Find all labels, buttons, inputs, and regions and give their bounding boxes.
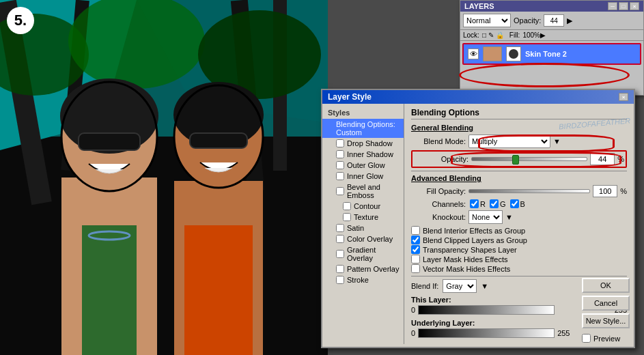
underlying-min: 0 bbox=[411, 329, 415, 337]
opacity-arrow[interactable]: ▶ bbox=[567, 16, 572, 25]
style-item-satin[interactable]: Satin bbox=[322, 223, 404, 233]
style-item-texture[interactable]: Texture bbox=[322, 212, 404, 223]
style-item-inner-glow[interactable]: Inner Glow bbox=[322, 171, 404, 182]
channel-r-checkbox[interactable] bbox=[470, 199, 479, 208]
layers-maximize[interactable]: □ bbox=[619, 2, 628, 10]
channel-b-group[interactable]: B bbox=[510, 199, 525, 208]
new-style-button[interactable]: New Style... bbox=[582, 313, 630, 328]
dialog-buttons: OK Cancel New Style... Preview bbox=[578, 274, 634, 347]
channel-b-checkbox[interactable] bbox=[510, 199, 519, 208]
layers-titlebar: LAYERS ─ □ × bbox=[460, 1, 643, 12]
layer-mask-hides-checkbox[interactable] bbox=[411, 255, 420, 264]
outer-glow-checkbox[interactable] bbox=[336, 161, 344, 169]
layers-blend-row: Normal Multiply Opacity: ▶ bbox=[460, 12, 643, 30]
fill-opacity-row: Fill Opacity: % bbox=[411, 185, 627, 197]
svg-rect-15 bbox=[82, 225, 137, 355]
drop-shadow-checkbox[interactable] bbox=[336, 139, 344, 147]
blend-interior-label: Blend Interior Effects as Group bbox=[423, 227, 525, 235]
styles-list: Styles Blending Options: Custom Drop Sha… bbox=[322, 104, 404, 344]
this-layer-gradient[interactable] bbox=[418, 305, 555, 315]
opacity-pct: % bbox=[617, 155, 624, 163]
style-item-gradient-overlay[interactable]: Gradient Overlay bbox=[322, 244, 404, 264]
preview-checkbox[interactable] bbox=[582, 334, 591, 343]
layer-mask-thumbnail bbox=[506, 46, 521, 61]
lock-label: Lock: bbox=[463, 31, 479, 39]
blending-options-section-title: Blending Options bbox=[411, 108, 627, 119]
svg-rect-14 bbox=[79, 133, 140, 150]
style-item-outer-glow[interactable]: Outer Glow bbox=[322, 160, 404, 171]
opacity-slider-thumb[interactable] bbox=[512, 155, 519, 165]
transparency-shapes-label: Transparency Shapes Layer bbox=[423, 246, 517, 254]
layers-opacity-input[interactable] bbox=[544, 14, 564, 27]
layers-close[interactable]: × bbox=[630, 2, 639, 10]
opacity-row: Opacity: % bbox=[411, 150, 627, 168]
underlying-layer-gradient[interactable] bbox=[418, 328, 555, 338]
channel-r-group[interactable]: R bbox=[470, 199, 486, 208]
knockout-select[interactable]: None Shallow Deep bbox=[468, 210, 503, 224]
channel-g-label: G bbox=[500, 200, 506, 208]
fill-opacity-input[interactable] bbox=[593, 185, 617, 197]
step-number: 5. bbox=[7, 7, 34, 34]
bevel-emboss-checkbox[interactable] bbox=[336, 187, 344, 195]
opacity-label: Opacity: bbox=[514, 16, 541, 25]
stroke-checkbox[interactable] bbox=[336, 276, 344, 284]
blend-clipped-row[interactable]: Blend Clipped Layers as Group bbox=[411, 236, 627, 244]
inner-glow-checkbox[interactable] bbox=[336, 172, 344, 180]
cancel-button[interactable]: Cancel bbox=[582, 296, 630, 311]
contour-checkbox[interactable] bbox=[343, 202, 351, 210]
style-item-inner-shadow[interactable]: Inner Shadow bbox=[322, 149, 404, 160]
style-item-drop-shadow[interactable]: Drop Shadow bbox=[322, 138, 404, 149]
layer-row-skin-tone[interactable]: 👁 Skin Tone 2 bbox=[462, 43, 641, 65]
style-item-color-overlay[interactable]: Color Overlay bbox=[322, 233, 404, 244]
fill-opacity-slider[interactable] bbox=[468, 189, 590, 193]
layers-minimize[interactable]: ─ bbox=[608, 2, 617, 10]
texture-checkbox[interactable] bbox=[343, 213, 351, 221]
fill-opacity-pct: % bbox=[620, 187, 627, 195]
opacity-field-label: Opacity: bbox=[414, 155, 468, 163]
fill-value: 100% bbox=[522, 31, 540, 39]
blending-options-label: Blending Options: Custom bbox=[336, 120, 400, 137]
vector-mask-hides-row[interactable]: Vector Mask Hides Effects bbox=[411, 264, 627, 273]
layer-mask-hides-row[interactable]: Layer Mask Hides Effects bbox=[411, 255, 627, 264]
satin-checkbox[interactable] bbox=[336, 224, 344, 232]
layers-blend-mode-select[interactable]: Normal Multiply bbox=[463, 14, 511, 27]
transparency-shapes-checkbox[interactable] bbox=[411, 245, 420, 254]
channels-row: Channels: R G B bbox=[411, 199, 627, 208]
opacity-slider-track[interactable] bbox=[471, 157, 587, 161]
blend-mode-row: Blend Mode: Multiply Normal Screen ▼ bbox=[411, 134, 627, 148]
advanced-blending-title: Advanced Blending bbox=[411, 174, 627, 182]
style-item-blending-options[interactable]: Blending Options: Custom bbox=[322, 119, 404, 138]
blend-mode-select[interactable]: Multiply Normal Screen bbox=[468, 134, 550, 148]
channel-r-label: R bbox=[480, 200, 486, 208]
channel-g-group[interactable]: G bbox=[490, 199, 506, 208]
blend-interior-checkbox[interactable] bbox=[411, 226, 420, 235]
style-item-pattern-overlay[interactable]: Pattern Overlay bbox=[322, 264, 404, 274]
underlying-max: 255 bbox=[557, 329, 570, 337]
layers-title: LAYERS bbox=[464, 2, 494, 10]
lock-row: Lock: □ ✎ 🔒 Fill: 100% ▶ bbox=[460, 30, 643, 41]
layer-visibility-toggle[interactable]: 👁 bbox=[468, 48, 479, 59]
svg-rect-20 bbox=[190, 133, 247, 148]
opacity-value-input[interactable] bbox=[590, 153, 615, 165]
vector-mask-hides-label: Vector Mask Hides Effects bbox=[423, 265, 510, 273]
inner-shadow-checkbox[interactable] bbox=[336, 150, 344, 158]
pattern-overlay-checkbox[interactable] bbox=[336, 265, 344, 273]
this-layer-min: 0 bbox=[411, 306, 415, 314]
transparency-shapes-row[interactable]: Transparency Shapes Layer bbox=[411, 245, 627, 254]
color-overlay-checkbox[interactable] bbox=[336, 235, 344, 243]
style-item-bevel-emboss[interactable]: Bevel and Emboss bbox=[322, 182, 404, 201]
vector-mask-hides-checkbox[interactable] bbox=[411, 264, 420, 273]
blend-interior-row[interactable]: Blend Interior Effects as Group bbox=[411, 226, 627, 235]
blend-if-select[interactable]: Gray Red Green Blue bbox=[443, 279, 477, 293]
dialog-close[interactable]: × bbox=[619, 93, 628, 101]
styles-header: Styles bbox=[322, 106, 404, 119]
blend-mode-label: Blend Mode: bbox=[411, 137, 466, 145]
style-item-contour[interactable]: Contour bbox=[322, 201, 404, 212]
blend-if-label: Blend If: bbox=[411, 282, 438, 290]
blend-clipped-checkbox[interactable] bbox=[411, 236, 420, 244]
gradient-overlay-checkbox[interactable] bbox=[336, 250, 344, 258]
ok-button[interactable]: OK bbox=[582, 278, 630, 293]
channel-g-checkbox[interactable] bbox=[490, 199, 499, 208]
style-item-stroke[interactable]: Stroke bbox=[322, 274, 404, 285]
layer-name: Skin Tone 2 bbox=[525, 50, 567, 58]
